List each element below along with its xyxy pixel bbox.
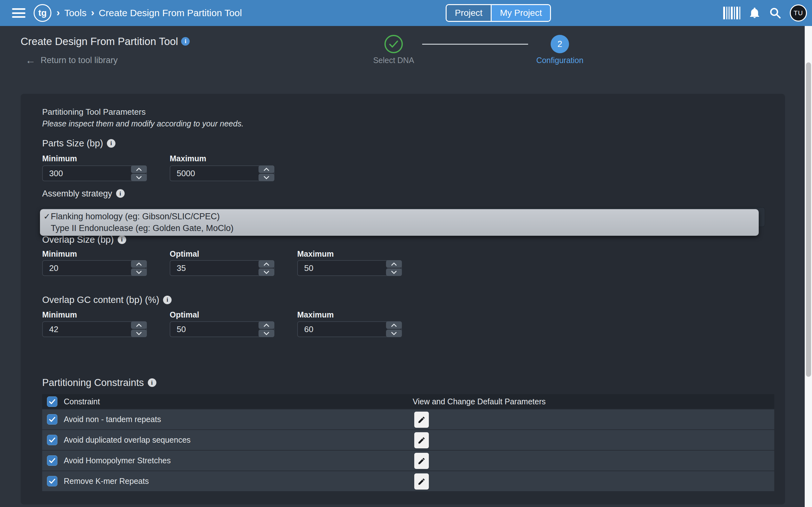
breadcrumb-item-tools[interactable]: Tools <box>64 8 87 18</box>
row-checkbox[interactable] <box>47 414 57 425</box>
increment-button[interactable] <box>131 260 147 268</box>
decrement-button[interactable] <box>131 174 147 181</box>
decrement-button[interactable] <box>386 268 402 276</box>
table-row: Avoid Homopolymer Stretches <box>42 450 774 470</box>
edit-icon <box>417 416 426 424</box>
overlap-gc-max-stepper <box>386 321 402 337</box>
stepper-connector <box>422 44 528 45</box>
user-avatar[interactable]: TU <box>790 4 807 21</box>
project-scope-toggle: Project My Project <box>446 4 551 22</box>
return-to-tool-library-link[interactable]: ← Return to tool library <box>26 55 118 66</box>
decrement-button[interactable] <box>258 174 274 181</box>
constraints-info-icon[interactable]: i <box>148 378 156 387</box>
decrement-button[interactable] <box>131 330 147 337</box>
decrement-button[interactable] <box>386 330 402 337</box>
overlap-size-min-stepper <box>131 260 147 276</box>
overlap-size-min-label: Minimum <box>42 249 77 259</box>
parts-size-info-icon[interactable]: i <box>107 139 115 148</box>
parts-size-max-field: 5000 <box>170 165 274 181</box>
edit-parameters-button[interactable] <box>414 432 429 448</box>
top-nav-bar: tg › Tools › Create Design From Partitio… <box>0 0 812 26</box>
step-check-icon <box>389 40 399 48</box>
overlap-gc-info-icon[interactable]: i <box>163 296 171 304</box>
increment-button[interactable] <box>258 260 274 268</box>
overlap-size-max-stepper <box>386 260 402 276</box>
overlap-gc-section-label: Overlap GC content (bp) (%)i <box>42 295 171 305</box>
constraints-section-label: Partitioning Constraintsi <box>42 377 156 389</box>
app-root: tg › Tools › Create Design From Partitio… <box>0 0 812 507</box>
increment-button[interactable] <box>131 321 147 329</box>
increment-button[interactable] <box>258 165 274 173</box>
constraint-label: Avoid Homopolymer Stretches <box>64 456 171 465</box>
breadcrumb-item-current: Create Design From Partition Tool <box>99 8 242 18</box>
overlap-gc-max-field: 60 <box>297 321 402 337</box>
back-link-label: Return to tool library <box>41 55 118 65</box>
decrement-button[interactable] <box>258 330 274 337</box>
decrement-button[interactable] <box>131 268 147 276</box>
parts-size-min-label: Minimum <box>42 154 77 163</box>
overlap-gc-min-stepper <box>131 321 147 337</box>
dropdown-option-flanking-homology[interactable]: ✓ Flanking homology (eg: Gibson/SLIC/CPE… <box>40 211 759 222</box>
scrollbar-track[interactable] <box>805 26 812 507</box>
back-arrow-icon: ← <box>26 55 36 66</box>
increment-button[interactable] <box>258 321 274 329</box>
table-row: Avoid non - tandem repeats <box>42 409 774 429</box>
overlap-size-max-label: Maximum <box>297 249 334 259</box>
overlap-gc-opt-stepper <box>258 321 274 337</box>
constraints-table: Constraint View and Change Default Param… <box>42 394 774 491</box>
step-select-dna-label: Select DNA <box>359 56 428 65</box>
overlap-size-max-field: 50 <box>297 260 402 276</box>
row-checkbox[interactable] <box>47 435 57 445</box>
scrollbar-thumb[interactable] <box>806 62 811 377</box>
overlap-gc-min-field: 42 <box>42 321 147 337</box>
constraints-table-header: Constraint View and Change Default Param… <box>42 394 774 409</box>
page-title-info-icon[interactable]: i <box>181 37 190 46</box>
parameters-column-header: View and Change Default Parameters <box>413 397 546 406</box>
search-icon[interactable] <box>769 7 781 19</box>
parts-size-max-stepper <box>258 165 274 181</box>
parts-size-max-label: Maximum <box>170 154 206 163</box>
notifications-bell-icon[interactable] <box>749 7 761 19</box>
row-checkbox[interactable] <box>47 455 57 466</box>
decrement-button[interactable] <box>258 268 274 276</box>
parts-size-section-label: Parts Size (bp)i <box>42 138 115 149</box>
increment-button[interactable] <box>131 165 147 173</box>
app-logo[interactable]: tg <box>34 4 51 22</box>
card-subheading: Please inspect them and modify according… <box>42 119 244 128</box>
overlap-size-opt-label: Optimal <box>170 249 199 259</box>
check-icon <box>49 399 55 404</box>
table-row: Remove K-mer Repeats <box>42 470 774 491</box>
constraint-column-header: Constraint <box>64 397 100 406</box>
increment-button[interactable] <box>386 260 402 268</box>
edit-icon <box>417 457 426 465</box>
edit-parameters-button[interactable] <box>414 473 429 490</box>
project-toggle-button[interactable]: Project <box>447 5 492 21</box>
card-heading: Partitioning Tool Parameters <box>42 107 146 117</box>
overlap-gc-min-label: Minimum <box>42 310 77 320</box>
assembly-strategy-label: Assembly strategyi <box>42 189 125 199</box>
step-select-dna-indicator[interactable] <box>385 35 403 53</box>
configuration-card: Partitioning Tool Parameters Please insp… <box>20 94 785 504</box>
overlap-size-info-icon[interactable]: i <box>118 235 126 244</box>
overlap-gc-max-label: Maximum <box>297 310 334 320</box>
overlap-gc-opt-label: Optimal <box>170 310 199 320</box>
overlap-size-min-field: 20 <box>42 260 147 276</box>
select-all-checkbox[interactable] <box>47 396 57 407</box>
overlap-size-opt-field: 35 <box>170 260 274 276</box>
dropdown-option-type2-endonuclease[interactable]: Type II Endonuclease (eg: Golden Gate, M… <box>40 222 759 234</box>
step-configuration-indicator[interactable]: 2 <box>551 35 569 53</box>
assembly-strategy-info-icon[interactable]: i <box>116 189 125 198</box>
row-checkbox[interactable] <box>47 476 57 487</box>
edit-parameters-button[interactable] <box>414 453 429 469</box>
barcode-scanner-icon[interactable] <box>723 7 740 19</box>
hamburger-menu-icon[interactable] <box>12 8 26 18</box>
parts-size-min-field: 300 <box>42 165 147 181</box>
edit-parameters-button[interactable] <box>414 412 429 428</box>
chevron-separator-icon: › <box>91 7 95 18</box>
table-row: Avoid duplicated overlap sequences <box>42 429 774 450</box>
constraint-label: Remove K-mer Repeats <box>64 476 149 486</box>
my-project-toggle-button[interactable]: My Project <box>492 5 550 21</box>
check-icon <box>49 417 55 422</box>
overlap-gc-opt-field: 50 <box>170 321 274 337</box>
increment-button[interactable] <box>386 321 402 329</box>
